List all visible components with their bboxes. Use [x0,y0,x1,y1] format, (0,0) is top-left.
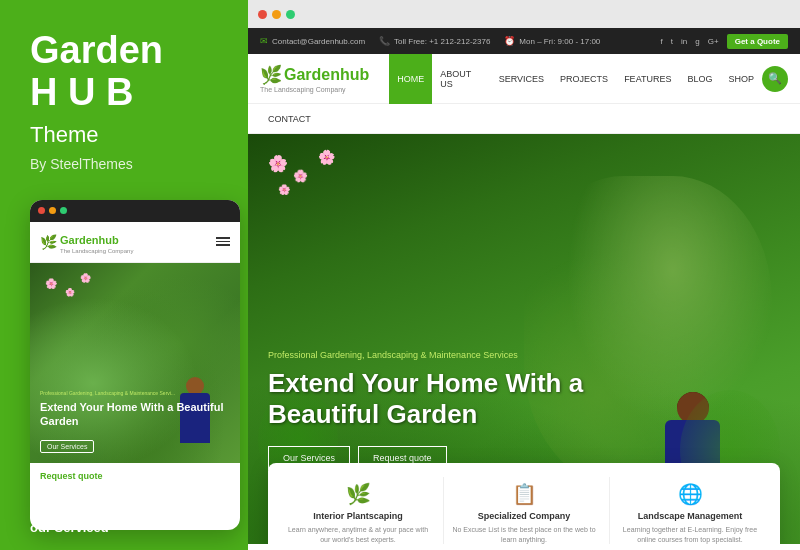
our-serviced-text: our Serviced [30,520,109,535]
mobile-logo-garden: Garden [60,234,99,246]
chrome-dot-yellow [272,10,281,19]
about-section: About Gardenhub [248,544,800,550]
infobar-right: f t in g G+ Get a Quote [661,34,788,49]
nav-home[interactable]: HOME [389,54,432,104]
nav-features[interactable]: FEATURES [616,54,679,104]
theme-title-line2: H U B [30,71,133,113]
mobile-services-btn[interactable]: Our Services [40,440,94,453]
mobile-about-section: Request quote [30,463,240,489]
theme-subtitle: Theme [30,122,223,148]
twitter-icon[interactable]: t [671,37,673,46]
hero-title-line2: Beautiful Garden [268,399,477,429]
desktop-chrome-bar [248,0,800,28]
flower-4: 🌸 [278,184,290,195]
mobile-dot-red [38,207,45,214]
search-button[interactable]: 🔍 [762,66,788,92]
mobile-hero-title: Extend Your Home With a Beautiful Garden [40,400,230,429]
mobile-about-title: Request quote [40,471,230,481]
flower-2: 🌸 [293,169,308,183]
facebook-icon[interactable]: f [661,37,663,46]
desktop-hero: 🌸 🌸 🌸 🌸 Professional Gardenin [248,134,800,550]
mobile-hero-text: Professional Gardening, Landscaping & Ma… [40,390,230,453]
mobile-dot-yellow [49,207,56,214]
clock-icon: ⏰ [504,36,515,46]
desktop-mockup: ✉ Contact@Gardenhub.com 📞 Toll Free: +1 … [248,0,800,550]
right-panel: ✉ Contact@Gardenhub.com 📞 Toll Free: +1 … [248,0,800,550]
mobile-logo-text: Gardenhub [60,234,119,246]
mobile-hero-small-text: Professional Gardening, Landscaping & Ma… [40,390,230,396]
mobile-dot-green [60,207,67,214]
mobile-nav: 🌿 Gardenhub The Landscaping Company [30,222,240,263]
googleplus-icon[interactable]: G+ [708,37,719,46]
desktop-logo-sub: The Landscaping Company [260,86,369,93]
hours-text: Mon – Fri: 9:00 - 17:00 [519,37,600,46]
theme-title-line1: Garden [30,29,163,71]
mobile-logo: 🌿 Gardenhub The Landscaping Company [40,230,133,254]
service-title-2: Landscape Management [615,511,765,521]
service-desc-2: Learning together at E-Learning. Enjoy f… [615,525,765,545]
service-icon-1: 📋 [449,482,599,506]
theme-by: By SteelThemes [30,156,223,172]
mobile-logo-sub: The Landscaping Company [60,248,133,254]
flower-3: 🌸 [318,149,335,165]
nav-about[interactable]: ABOUT US [432,54,490,104]
chrome-dot-red [258,10,267,19]
service-icon-0: 🌿 [283,482,433,506]
desktop-logo-text: Gardenhub [284,66,369,84]
service-title-0: Interior Plantscaping [283,511,433,521]
mobile-hamburger-icon[interactable] [216,237,230,246]
infobar-left: ✉ Contact@Gardenhub.com 📞 Toll Free: +1 … [260,36,600,46]
theme-title: Garden H U B [30,30,223,114]
mobile-request-label: Request quote [40,471,103,481]
service-card-0: 🌿 Interior Plantscaping Learn anywhere, … [278,477,438,550]
get-quote-button[interactable]: Get a Quote [727,34,788,49]
nav-blog[interactable]: BLOG [679,54,720,104]
phone-icon: 📞 [379,36,390,46]
email-icon: ✉ [260,36,268,46]
service-card-1: 📋 Specialized Company No Excuse List is … [443,477,604,550]
desktop-logo-hub: hub [340,66,369,83]
instagram-icon[interactable]: g [695,37,699,46]
hero-small-text: Professional Gardening, Landscaping & Ma… [268,350,780,360]
email-text: Contact@Gardenhub.com [272,37,365,46]
desktop-nav-links: HOME ABOUT US SERVICES PROJECTS FEATURES… [389,54,762,104]
desktop-logo: 🌿 Gardenhub The Landscaping Company [260,64,369,93]
desktop-logo-garden: Garden [284,66,340,83]
flower-1: 🌸 [268,154,288,173]
linkedin-icon[interactable]: in [681,37,687,46]
desktop-nav2: CONTACT [248,104,800,134]
chrome-dot-green [286,10,295,19]
mobile-chrome-bar [30,200,240,222]
service-desc-0: Learn anywhere, anytime & at your pace w… [283,525,433,545]
desktop-leaf-icon: 🌿 [260,64,282,86]
desktop-nav: 🌿 Gardenhub The Landscaping Company HOME… [248,54,800,104]
desktop-logo-row: 🌿 Gardenhub [260,64,369,86]
mobile-mockup: 🌿 Gardenhub The Landscaping Company 🌸 [30,200,240,530]
hero-title: Extend Your Home With a Beautiful Garden [268,368,780,430]
service-icon-2: 🌐 [615,482,765,506]
left-panel: Garden H U B Theme By SteelThemes 🌿 Gard… [0,0,248,550]
service-cards: 🌿 Interior Plantscaping Learn anywhere, … [268,463,780,550]
nav-contact[interactable]: CONTACT [260,104,319,134]
desktop-infobar: ✉ Contact@Gardenhub.com 📞 Toll Free: +1 … [248,28,800,54]
nav-services[interactable]: SERVICES [491,54,552,104]
phone-text: Toll Free: +1 212-212-2376 [394,37,490,46]
infobar-phone: 📞 Toll Free: +1 212-212-2376 [379,36,490,46]
infobar-email: ✉ Contact@Gardenhub.com [260,36,365,46]
service-desc-1: No Excuse List is the best place on the … [449,525,599,545]
mobile-leaf-icon: 🌿 [40,234,57,250]
mobile-hero: 🌸 🌸 🌸 Professional Gardening, Landscapin… [30,263,240,463]
nav-projects[interactable]: PROJECTS [552,54,616,104]
mobile-logo-hub: hub [99,234,119,246]
hero-title-line1: Extend Your Home With a [268,368,583,398]
service-title-1: Specialized Company [449,511,599,521]
service-card-2: 🌐 Landscape Management Learning together… [609,477,770,550]
infobar-hours: ⏰ Mon – Fri: 9:00 - 17:00 [504,36,600,46]
nav-shop[interactable]: SHOP [720,54,762,104]
